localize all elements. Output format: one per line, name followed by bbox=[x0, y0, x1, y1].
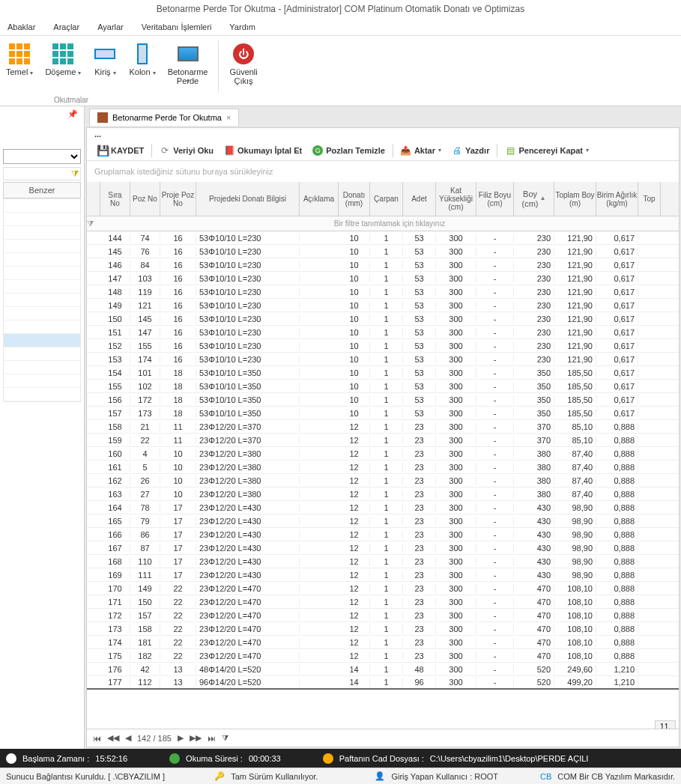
table-row[interactable]: 1741812223Φ12/20 L=47012123300-470108,10… bbox=[87, 636, 679, 649]
table-row[interactable]: 159221123Φ12/20 L=37012123300-37085,100,… bbox=[87, 434, 679, 447]
col-sira-no[interactable]: Sıra No bbox=[100, 182, 130, 216]
read-data-button[interactable]: ⟳Veriyi Oku bbox=[155, 143, 218, 158]
col-boy[interactable]: Boy (cm)▲ bbox=[514, 182, 554, 216]
table-row[interactable]: 163271023Φ12/20 L=38012123300-38087,400,… bbox=[87, 487, 679, 501]
print-button[interactable]: 🖨Yazdır bbox=[447, 143, 494, 158]
list-item[interactable] bbox=[4, 294, 80, 307]
list-item[interactable] bbox=[4, 388, 80, 401]
table-row[interactable]: 1501451653Φ10/10 L=23010153300-230121,90… bbox=[87, 312, 679, 326]
pager-first[interactable]: ⏮ bbox=[93, 734, 101, 743]
cell-filiz: - bbox=[476, 530, 514, 539]
left-filter[interactable]: ⧩ bbox=[3, 167, 81, 180]
table-row[interactable]: 176421348Φ14/20 L=52014148300-520249,601… bbox=[87, 663, 679, 676]
table-row[interactable]: 1541011853Φ10/10 L=35010153300-350185,50… bbox=[87, 366, 679, 380]
menu-yardim[interactable]: Yardım bbox=[229, 22, 255, 31]
table-row[interactable]: 166861723Φ12/20 L=43012123300-43098,900,… bbox=[87, 528, 679, 541]
table-row[interactable]: 158211123Φ12/20 L=37012123300-37085,100,… bbox=[87, 420, 679, 434]
col-carpan[interactable]: Çarpan bbox=[370, 182, 403, 216]
left-combo[interactable] bbox=[3, 149, 81, 164]
table-row[interactable]: 1481191653Φ10/10 L=23010153300-230121,90… bbox=[87, 285, 679, 299]
menu-abaklar[interactable]: Abaklar bbox=[7, 22, 35, 31]
table-row[interactable]: 1721572223Φ12/20 L=47012123300-470108,10… bbox=[87, 609, 679, 622]
close-icon[interactable]: × bbox=[226, 113, 231, 122]
close-window-button[interactable]: ▤Pencereyi Kapat ▾ bbox=[500, 143, 593, 158]
table-row[interactable]: 16041023Φ12/20 L=38012123300-38087,400,8… bbox=[87, 447, 679, 461]
menu-ayarlar[interactable]: Ayarlar bbox=[97, 22, 124, 31]
table-row[interactable]: 1571731853Φ10/10 L=35010153300-350185,50… bbox=[87, 407, 679, 420]
pager-prev-page[interactable]: ◀◀ bbox=[107, 733, 119, 743]
list-item[interactable] bbox=[4, 307, 80, 320]
table-row[interactable]: 162261023Φ12/20 L=38012123300-38087,400,… bbox=[87, 474, 679, 487]
table-row[interactable]: 1561721853Φ10/10 L=35010153300-350185,50… bbox=[87, 393, 679, 407]
pin-icon[interactable]: 📌 bbox=[3, 109, 81, 119]
list-item[interactable] bbox=[4, 226, 80, 240]
list-item[interactable] bbox=[4, 320, 80, 334]
table-row[interactable]: 1711502223Φ12/20 L=47012123300-470108,10… bbox=[87, 595, 679, 609]
filter-row[interactable]: ⧩ Bir filtre tanımlamak için tıklayınız bbox=[87, 216, 679, 231]
ribbon-temel-button[interactable]: Temel ▾ bbox=[0, 40, 39, 79]
clear-poz-button[interactable]: GPozları Temizle bbox=[308, 143, 390, 158]
list-item[interactable] bbox=[4, 334, 80, 347]
cancel-read-button[interactable]: 📕Okumayı İptal Et bbox=[220, 143, 306, 158]
pager-prev[interactable]: ◀ bbox=[125, 733, 131, 743]
col-filiz-boyu[interactable]: Filiz Boyu (cm) bbox=[476, 182, 514, 216]
cell-sira: 156 bbox=[100, 395, 130, 404]
menu-araclar[interactable]: Araçlar bbox=[53, 22, 79, 31]
table-row[interactable]: 1521551653Φ10/10 L=23010153300-230121,90… bbox=[87, 339, 679, 353]
table-row[interactable]: 1471031653Φ10/10 L=23010153300-230121,90… bbox=[87, 272, 679, 285]
table-row[interactable]: 165791723Φ12/20 L=43012123300-43098,900,… bbox=[87, 514, 679, 528]
transfer-button[interactable]: 📤Aktar ▾ bbox=[396, 143, 446, 158]
list-item[interactable] bbox=[4, 361, 80, 374]
list-item[interactable] bbox=[4, 199, 80, 213]
table-row[interactable]: 1771121396Φ14/20 L=52014196300-520499,20… bbox=[87, 676, 679, 690]
table-row[interactable]: 1511471653Φ10/10 L=23010153300-230121,90… bbox=[87, 326, 679, 339]
tab-betonarme-perde[interactable]: Betonarme Perde Tor Okutma × bbox=[89, 109, 239, 126]
list-item[interactable] bbox=[4, 280, 80, 294]
pager-next-page[interactable]: ▶▶ bbox=[190, 733, 202, 743]
grid-body[interactable]: 144741653Φ10/10 L=23010153300-230121,900… bbox=[87, 231, 679, 690]
table-row[interactable]: 167871723Φ12/20 L=43012123300-43098,900,… bbox=[87, 541, 679, 555]
ribbon-doseme-button[interactable]: Döşeme ▾ bbox=[39, 40, 87, 79]
col-poz-no[interactable]: Poz No bbox=[130, 182, 160, 216]
list-item[interactable] bbox=[4, 240, 80, 253]
list-item[interactable] bbox=[4, 267, 80, 280]
menu-veritabani[interactable]: Veritabanı İşlemleri bbox=[142, 22, 212, 31]
table-row[interactable]: 164781723Φ12/20 L=43012123300-43098,900,… bbox=[87, 501, 679, 514]
col-top[interactable]: Top bbox=[638, 182, 661, 216]
table-row[interactable]: 1731582223Φ12/20 L=47012123300-470108,10… bbox=[87, 622, 679, 636]
ribbon-kiris-button[interactable]: Kiriş ▾ bbox=[87, 40, 123, 79]
col-donati-mm[interactable]: Donatı (mm) bbox=[339, 182, 370, 216]
cell-poz: 119 bbox=[130, 288, 160, 297]
pager-next[interactable]: ▶ bbox=[178, 733, 184, 743]
list-item[interactable] bbox=[4, 374, 80, 388]
table-row[interactable]: 1491211653Φ10/10 L=23010153300-230121,90… bbox=[87, 299, 679, 312]
table-row[interactable]: 1751822223Φ12/20 L=47012123300-470108,10… bbox=[87, 649, 679, 663]
col-birim-agirlik[interactable]: Birim Ağırlık (kg/m) bbox=[596, 182, 638, 216]
col-aciklama[interactable]: Açıklama bbox=[300, 182, 339, 216]
list-item[interactable] bbox=[4, 347, 80, 361]
ribbon-kolon-button[interactable]: Kolon ▾ bbox=[123, 40, 161, 79]
col-toplam-boy[interactable]: Toplam Boy (m) bbox=[554, 182, 596, 216]
table-row[interactable]: 1681101723Φ12/20 L=43012123300-43098,900… bbox=[87, 555, 679, 568]
table-row[interactable]: 1551021853Φ10/10 L=35010153300-350185,50… bbox=[87, 380, 679, 393]
ribbon-perde-button[interactable]: Betonarme Perde ▾ bbox=[162, 40, 214, 86]
col-kat-yuksekligi[interactable]: Kat Yüksekliği (cm) bbox=[436, 182, 476, 216]
pager-filter[interactable]: ⧩ bbox=[222, 733, 228, 743]
table-row[interactable]: 144741653Φ10/10 L=23010153300-230121,900… bbox=[87, 231, 679, 245]
ribbon-exit-button[interactable]: ⏻ Güvenli Çıkış bbox=[223, 40, 263, 87]
list-item[interactable] bbox=[4, 253, 80, 267]
list-item[interactable] bbox=[4, 213, 80, 226]
col-adet[interactable]: Adet bbox=[403, 182, 436, 216]
table-row[interactable]: 1691111723Φ12/20 L=43012123300-43098,900… bbox=[87, 568, 679, 582]
table-row[interactable]: 145761653Φ10/10 L=23010153300-230121,900… bbox=[87, 245, 679, 258]
col-donati-bilgisi[interactable]: Projedeki Donatı Bilgisi bbox=[196, 182, 300, 216]
pager-last[interactable]: ⏭ bbox=[208, 734, 216, 743]
table-row[interactable]: 146841653Φ10/10 L=23010153300-230121,900… bbox=[87, 258, 679, 272]
table-row[interactable]: 16151023Φ12/20 L=38012123300-38087,400,8… bbox=[87, 461, 679, 474]
left-column-benzer[interactable]: Benzer bbox=[3, 182, 81, 198]
table-row[interactable]: 1531741653Φ10/10 L=23010153300-230121,90… bbox=[87, 353, 679, 366]
table-row[interactable]: 1701492223Φ12/20 L=47012123300-470108,10… bbox=[87, 582, 679, 595]
group-by-hint[interactable]: Gruplamak istediğiniz sütunu buraya sürü… bbox=[87, 161, 679, 182]
col-proje-poz-no[interactable]: Proje Poz No bbox=[160, 182, 196, 216]
save-button[interactable]: 💾KAYDET bbox=[93, 143, 148, 158]
